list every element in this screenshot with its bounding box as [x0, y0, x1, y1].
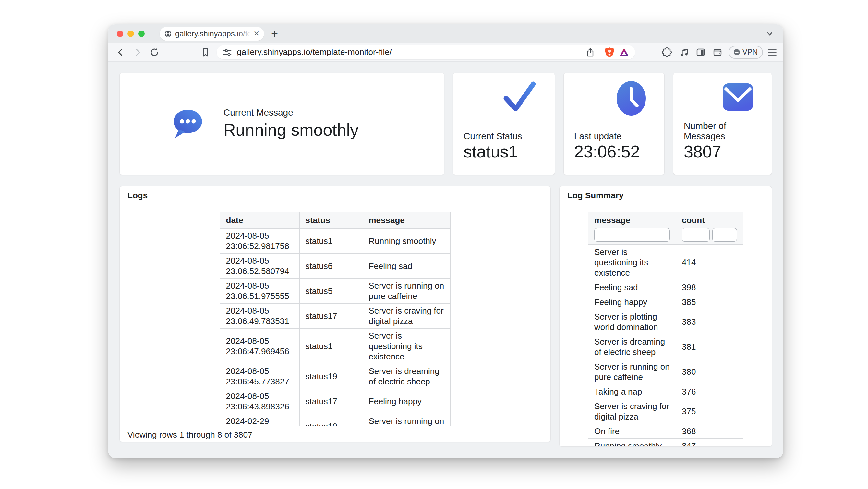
column-header-message: message [363, 212, 450, 229]
column-header-count-label: count [682, 215, 737, 225]
vpn-button[interactable]: VPN [728, 46, 763, 59]
table-row: Running smoothly347 [588, 439, 743, 447]
logs-card-body: date status message 2024-08-0523:06:52.9… [120, 205, 551, 440]
value-box-value: 23:06:52 [574, 142, 654, 162]
value-box-value: Running smoothly [223, 120, 359, 140]
value-box-label: Last update [574, 131, 654, 142]
tab-search-chevron-icon[interactable] [765, 29, 775, 39]
forward-icon[interactable] [132, 47, 143, 58]
summary-table-body: Server is questioning its existence414Fe… [588, 245, 743, 447]
sidebar-icon[interactable] [695, 47, 707, 58]
value-box-value: 3807 [684, 142, 761, 162]
cell-message: Server is dreaming of electric sheep [363, 364, 450, 389]
cell-message: Feeling sad [363, 254, 450, 279]
wallet-icon[interactable] [712, 47, 723, 58]
media-icon[interactable] [678, 47, 690, 58]
cell-date: 2024-02-2911:37:20.368451 [220, 414, 300, 426]
vpn-status-icon [734, 49, 740, 55]
cell-message: Server is running on pure caffeine [363, 414, 450, 426]
count-max-filter-input[interactable] [712, 228, 737, 241]
count-min-filter-input[interactable] [682, 228, 710, 241]
value-box-value: status1 [464, 142, 544, 162]
log-summary-card: Log Summary message count [559, 186, 772, 447]
cell-message: Server is questioning its existence [363, 328, 450, 364]
value-box-current-status: Current Status status1 [453, 73, 555, 175]
value-box-number-of-messages: Number of Messages 3807 [673, 73, 772, 175]
url-bar[interactable]: gallery.shinyapps.io/template-monitor-fi… [217, 45, 635, 59]
message-filter-input[interactable] [594, 228, 670, 241]
close-window-button[interactable] [117, 31, 123, 37]
cell-count: 347 [676, 439, 743, 447]
log-summary-card-body: message count [560, 205, 772, 447]
envelope-icon [722, 81, 753, 112]
cell-message: Server is running on pure caffeine [588, 359, 676, 384]
cell-status: status17 [300, 304, 363, 328]
tab-close-icon[interactable]: ✕ [254, 30, 259, 37]
cell-message: Server is plotting world domination [588, 310, 676, 335]
value-box-row: Current Message Running smoothly Current… [119, 73, 772, 175]
table-row: 2024-02-2911:37:20.368451status10Server … [220, 414, 450, 426]
cell-date: 2024-08-0523:06:43.898326 [220, 389, 300, 414]
table-row: Server is craving for digital pizza375 [588, 399, 743, 424]
cell-message: Server is questioning its existence [588, 245, 676, 280]
reload-icon[interactable] [149, 47, 160, 58]
site-settings-icon[interactable] [222, 48, 232, 57]
logs-table-body: 2024-08-0523:06:52.981758status1Running … [220, 229, 450, 426]
table-row: 2024-08-0523:06:47.969456status1Server i… [220, 328, 450, 364]
dashboard-page: Current Message Running smoothly Current… [108, 62, 783, 458]
logs-table-scroll-area[interactable]: date status message 2024-08-0523:06:52.9… [120, 212, 551, 426]
cell-count: 375 [676, 399, 743, 424]
column-header-message-label: message [594, 215, 670, 225]
cell-count: 368 [676, 424, 743, 439]
value-box-current-message: Current Message Running smoothly [119, 73, 444, 175]
cell-message: Server is dreaming of electric sheep [588, 335, 676, 359]
table-row: Server is dreaming of electric sheep381 [588, 335, 743, 359]
cell-status: status5 [300, 279, 363, 304]
cell-message: On fire [588, 424, 676, 439]
url-text[interactable]: gallery.shinyapps.io/template-monitor-fi… [237, 47, 581, 57]
cell-count: 376 [676, 384, 743, 399]
summary-header-row: message count [588, 212, 743, 245]
cell-count: 385 [676, 295, 743, 310]
cell-status: status1 [300, 328, 363, 364]
log-summary-card-title: Log Summary [560, 186, 772, 205]
column-header-message: message [588, 212, 676, 245]
browser-window: gallery.shinyapps.io/template ✕ + galler… [108, 24, 783, 458]
cell-status: status17 [300, 389, 363, 414]
share-icon[interactable] [586, 48, 595, 57]
zoom-window-button[interactable] [138, 31, 145, 37]
brave-shield-icon[interactable] [604, 47, 614, 57]
extensions-icon[interactable] [661, 47, 673, 58]
back-icon[interactable] [115, 47, 126, 58]
cell-message: Feeling happy [363, 389, 450, 414]
table-row: Taking a nap376 [588, 384, 743, 399]
cell-count: 383 [676, 310, 743, 335]
clock-icon [616, 81, 646, 116]
cell-message: Taking a nap [588, 384, 676, 399]
cell-status: status19 [300, 364, 363, 389]
value-box-label: Current Message [223, 108, 359, 118]
bat-rewards-icon[interactable] [619, 48, 629, 57]
table-row: Server is questioning its existence414 [588, 245, 743, 280]
cell-count: 380 [676, 359, 743, 384]
table-row: Feeling sad398 [588, 280, 743, 295]
table-row: 2024-08-0523:06:52.981758status1Running … [220, 229, 450, 254]
minimize-window-button[interactable] [127, 31, 134, 37]
value-box-label: Current Status [464, 131, 544, 142]
column-header-count: count [676, 212, 743, 245]
browser-tab[interactable]: gallery.shinyapps.io/template ✕ [160, 27, 264, 40]
cell-status: status1 [300, 229, 363, 254]
new-tab-button[interactable]: + [271, 28, 278, 39]
column-header-date: date [220, 212, 300, 229]
tables-row: Logs date status message [119, 186, 772, 447]
logs-card-title: Logs [120, 186, 551, 205]
globe-favicon-icon [164, 30, 172, 38]
bookmark-icon[interactable] [200, 47, 212, 58]
table-row: Server is plotting world domination383 [588, 310, 743, 335]
menu-icon[interactable] [768, 49, 777, 56]
table-row: 2024-08-0523:06:52.580794status6Feeling … [220, 254, 450, 279]
cell-message: Server is craving for digital pizza [588, 399, 676, 424]
cell-status: status10 [300, 414, 363, 426]
table-row: Feeling happy385 [588, 295, 743, 310]
cell-count: 398 [676, 280, 743, 295]
